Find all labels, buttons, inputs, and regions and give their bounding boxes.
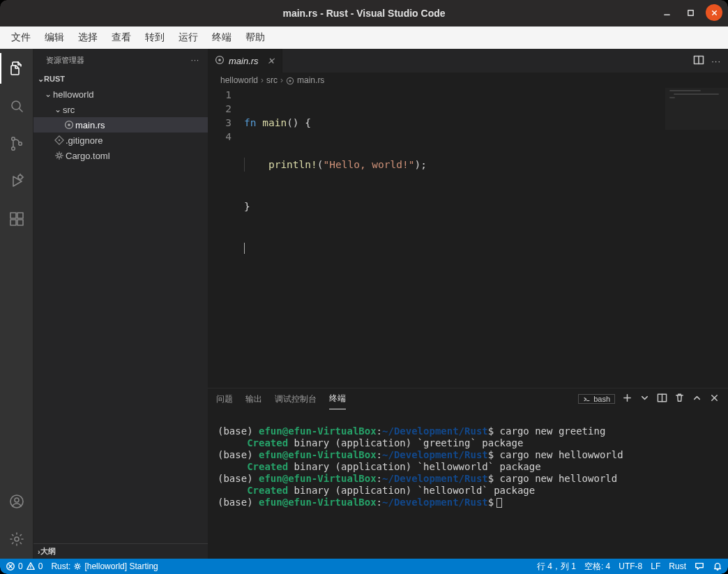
- explorer-icon[interactable]: [0, 53, 33, 84]
- editor-more-icon[interactable]: ···: [711, 56, 721, 66]
- breadcrumb-part[interactable]: helloworld: [220, 75, 258, 85]
- chevron-down-icon: ⌄: [43, 89, 53, 99]
- code-editor[interactable]: 1 2 3 4 fn main() { println!("Hello, wor…: [208, 88, 728, 388]
- status-bar: 0 0 Rust: [helloworld] Starting 行 4，列 1 …: [0, 559, 728, 574]
- chevron-down-icon: ⌄: [38, 75, 44, 84]
- svg-rect-16: [17, 213, 23, 218]
- sidebar: 资源管理器 ··· ⌄ RUST ⌄ helloworld ⌄ src main…: [33, 49, 208, 559]
- svg-rect-1: [688, 10, 692, 15]
- tree-item-label: src: [63, 105, 75, 115]
- sidebar-more-icon[interactable]: ···: [191, 56, 199, 64]
- new-terminal-icon[interactable]: [622, 393, 632, 405]
- outline-header[interactable]: › 大纲: [33, 543, 208, 559]
- breadcrumb-part[interactable]: src: [266, 75, 278, 85]
- status-eol[interactable]: LF: [651, 561, 660, 571]
- menu-selection[interactable]: 选择: [71, 29, 105, 47]
- tree-folder-helloworld[interactable]: ⌄ helloworld: [33, 86, 208, 102]
- svg-point-42: [77, 565, 79, 568]
- chevron-down-icon: ⌄: [53, 105, 63, 114]
- status-cursor-position[interactable]: 行 4，列 1: [537, 561, 576, 573]
- panel-tab-problems[interactable]: 问题: [216, 389, 233, 409]
- tree-item-label: helloworld: [53, 89, 94, 100]
- toml-file-icon: [53, 151, 66, 160]
- status-indentation[interactable]: 空格: 4: [584, 561, 610, 573]
- rust-file-icon: [286, 75, 294, 85]
- sidebar-title: 资源管理器: [46, 55, 84, 66]
- menu-go[interactable]: 转到: [138, 29, 172, 47]
- chevron-right-icon: ›: [261, 75, 264, 85]
- status-feedback-icon[interactable]: [695, 561, 704, 571]
- split-editor-icon[interactable]: [693, 54, 704, 68]
- menu-edit[interactable]: 编辑: [38, 29, 71, 47]
- activity-bar: [0, 49, 33, 559]
- run-debug-icon[interactable]: [0, 166, 33, 197]
- tree-file-gitignore[interactable]: .gitignore: [33, 133, 208, 148]
- panel-tabs: 问题 输出 调试控制台 终端 bash: [208, 388, 728, 409]
- panel-tab-output[interactable]: 输出: [245, 389, 262, 409]
- sidebar-title-row: 资源管理器 ···: [33, 49, 208, 71]
- tab-main-rs[interactable]: main.rs ✕: [208, 49, 282, 73]
- tree-item-label: .gitignore: [66, 135, 103, 146]
- menu-view[interactable]: 查看: [105, 29, 138, 47]
- svg-rect-15: [17, 220, 23, 225]
- settings-gear-icon[interactable]: [0, 524, 33, 554]
- code-content[interactable]: fn main() { println!("Hello, world!"); }: [244, 88, 728, 388]
- menu-terminal[interactable]: 终端: [205, 29, 238, 47]
- tree-item-label: main.rs: [75, 120, 105, 130]
- chevron-right-icon: ›: [280, 75, 283, 85]
- status-encoding[interactable]: UTF-8: [619, 561, 642, 571]
- tab-label: main.rs: [229, 56, 259, 66]
- panel-close-icon[interactable]: [709, 393, 720, 405]
- search-icon[interactable]: [0, 91, 33, 121]
- split-terminal-icon[interactable]: [657, 393, 667, 405]
- svg-point-18: [15, 498, 19, 502]
- svg-marker-9: [13, 176, 22, 186]
- menu-run[interactable]: 运行: [172, 29, 205, 47]
- svg-point-23: [58, 154, 61, 157]
- window-controls: [658, 4, 722, 21]
- terminal-dropdown-icon[interactable]: [639, 393, 650, 405]
- window-minimize-button[interactable]: [658, 4, 675, 21]
- svg-point-19: [15, 537, 19, 541]
- tree-root-header[interactable]: ⌄ RUST: [33, 71, 208, 86]
- tree-item-label: Cargo.toml: [66, 151, 110, 161]
- extensions-icon[interactable]: [0, 204, 33, 234]
- panel-tab-terminal[interactable]: 终端: [329, 388, 346, 409]
- rust-file-icon: [63, 120, 75, 130]
- trash-icon[interactable]: [674, 393, 685, 405]
- bottom-panel: 问题 输出 调试控制台 终端 bash: [208, 388, 728, 559]
- window-close-button[interactable]: [706, 4, 722, 21]
- panel-tab-debug[interactable]: 调试控制台: [275, 389, 317, 409]
- breadcrumb-part[interactable]: main.rs: [297, 75, 324, 85]
- svg-point-22: [59, 139, 60, 141]
- tab-close-icon[interactable]: ✕: [263, 56, 275, 66]
- svg-point-29: [289, 80, 291, 82]
- account-icon[interactable]: [0, 486, 33, 517]
- source-control-icon[interactable]: [0, 128, 33, 159]
- editor-actions: ···: [693, 49, 728, 73]
- terminal-shell-selector[interactable]: bash: [578, 394, 615, 404]
- tree-root-label: RUST: [44, 75, 65, 83]
- window-maximize-button[interactable]: [682, 4, 699, 21]
- status-errors-warnings[interactable]: 0 0: [6, 561, 43, 571]
- terminal[interactable]: (base) efun@efun-VirtualBox:~/Developmen…: [208, 409, 728, 559]
- editor-tabs: main.rs ✕ ···: [208, 49, 728, 73]
- tree-file-cargo-toml[interactable]: Cargo.toml: [33, 148, 208, 163]
- menu-file[interactable]: 文件: [4, 29, 38, 47]
- breadcrumbs[interactable]: helloworld › src › main.rs: [208, 73, 728, 88]
- status-rust-analyzer[interactable]: Rust: [helloworld] Starting: [51, 561, 158, 571]
- tree-folder-src[interactable]: ⌄ src: [33, 102, 208, 117]
- tree-file-main-rs[interactable]: main.rs: [33, 117, 208, 133]
- svg-rect-14: [10, 220, 16, 225]
- editor-area: main.rs ✕ ··· helloworld › src › main.rs: [208, 49, 728, 559]
- minimap[interactable]: [665, 88, 728, 388]
- menu-help[interactable]: 帮助: [238, 29, 272, 47]
- title-bar: main.rs - Rust - Visual Studio Code: [0, 0, 728, 27]
- outline-label: 大纲: [40, 546, 56, 557]
- chevron-up-icon[interactable]: [692, 393, 702, 405]
- svg-line-5: [19, 109, 22, 112]
- menu-bar: 文件 编辑 选择 查看 转到 运行 终端 帮助: [0, 27, 728, 49]
- status-language[interactable]: Rust: [669, 561, 686, 571]
- status-bell-icon[interactable]: [713, 561, 722, 571]
- svg-point-25: [218, 59, 221, 61]
